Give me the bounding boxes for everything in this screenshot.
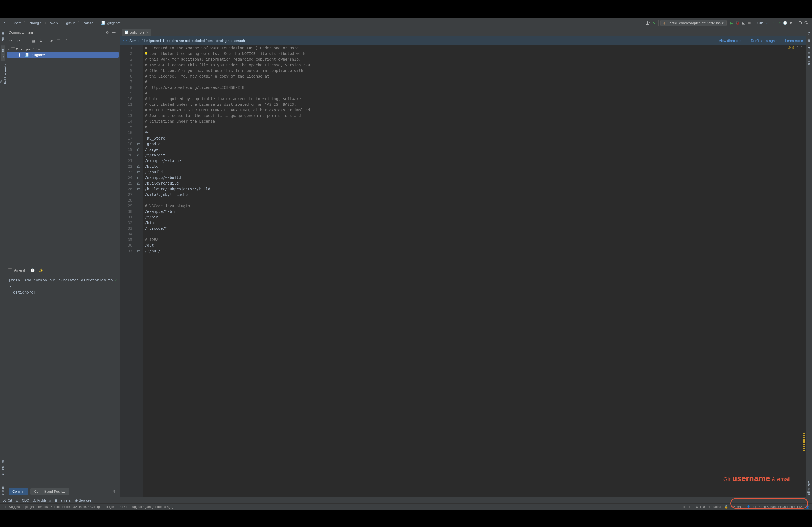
line-number-gutter[interactable]: 1234567891011121314151617181920212223242…: [120, 45, 134, 497]
more-icon[interactable]: ⋮: [800, 29, 806, 36]
add-icon[interactable]: +: [23, 37, 29, 44]
refresh-icon[interactable]: ⟳: [8, 37, 14, 44]
update-project-icon[interactable]: ↙: [765, 20, 770, 26]
intention-bulb-icon[interactable]: 💡: [144, 51, 148, 57]
history-icon[interactable]: 🕑: [29, 267, 36, 273]
diff-icon[interactable]: ▤: [30, 37, 37, 44]
tab-gradle[interactable]: Gradle: [807, 30, 811, 44]
inspector-icon[interactable]: 👤: [805, 505, 809, 509]
checkbox[interactable]: [19, 53, 23, 57]
stop-button[interactable]: ◼: [746, 20, 752, 26]
backtrack-icon[interactable]: ⬉: [651, 20, 657, 26]
user-icon: 👤: [746, 505, 751, 509]
breadcrumb-item[interactable]: calcite: [83, 20, 95, 26]
commit-icon[interactable]: ✓: [770, 20, 776, 26]
folder-icon: 🗀: [137, 148, 141, 152]
dont-show-again-link[interactable]: Don't show again: [751, 39, 777, 43]
push-icon[interactable]: ↗: [776, 20, 782, 26]
status-message[interactable]: Suggested plugins Lombok, Protocol Buffe…: [9, 505, 173, 509]
breadcrumb-item[interactable]: Work: [49, 20, 59, 26]
ai-icon[interactable]: ✨: [38, 267, 44, 273]
tab-git[interactable]: ⎇Git: [3, 499, 12, 502]
tab-services[interactable]: ◉Services: [75, 499, 91, 502]
tab-problems[interactable]: ⚠Problems: [33, 499, 51, 502]
changelist-icon[interactable]: 👁: [48, 37, 55, 44]
folder-icon: 🗀: [137, 249, 141, 253]
tab-notifications[interactable]: Notifications: [807, 45, 811, 67]
revert-icon[interactable]: ↶: [15, 37, 21, 44]
terminal-icon: ▣: [55, 499, 57, 502]
rollback-icon[interactable]: ↺: [788, 20, 794, 26]
collapse-icon[interactable]: ⇕: [63, 37, 70, 44]
gear-icon[interactable]: ⚙: [111, 488, 117, 495]
amend-checkbox[interactable]: [8, 268, 12, 272]
git-branch[interactable]: ⎇ main: [731, 505, 743, 509]
editor-body[interactable]: 1234567891011121314151617181920212223242…: [120, 45, 806, 497]
run-button[interactable]: ▶: [729, 20, 735, 26]
changes-tree[interactable]: ▾ Changes 1 file 🧾 .gitignore: [6, 45, 120, 59]
editor-area: 🧾 .gitignore ✕ ⋮ ⓘ Some of the ignored d…: [120, 28, 806, 497]
view-directories-link[interactable]: View directories: [719, 39, 743, 43]
line-separator[interactable]: LF: [689, 505, 693, 509]
group-icon[interactable]: ☰: [56, 37, 62, 44]
commit-message-input[interactable]: [main][Add common build-related director…: [6, 275, 120, 486]
tool-window-icon[interactable]: ▢: [3, 505, 6, 509]
tab-project[interactable]: Project: [1, 30, 5, 44]
gear-icon[interactable]: ⚙: [104, 29, 111, 36]
folder-icon: 🗀: [137, 187, 141, 191]
tab-pull-requests[interactable]: ⇅ Pull Requests: [0, 62, 8, 86]
warn-icon: ⚠: [33, 499, 36, 502]
checkbox[interactable]: [11, 47, 15, 51]
folder-icon: 🗀: [137, 142, 141, 146]
tab-structure[interactable]: Structure: [1, 480, 5, 497]
coverage-button[interactable]: ◣: [741, 20, 746, 26]
shelve-icon[interactable]: ⬇: [38, 37, 44, 44]
commit-button[interactable]: Commit: [9, 488, 28, 495]
chevron-down-icon: ▾: [8, 47, 10, 51]
branch-icon: ⎇: [731, 505, 735, 509]
file-encoding[interactable]: UTF-8: [696, 505, 705, 509]
elastic-icon: ⬮: [663, 21, 665, 25]
commit-push-button[interactable]: Commit and Push…: [30, 488, 69, 495]
settings-icon[interactable]: [803, 20, 809, 26]
file-icon: 🧾: [124, 30, 129, 34]
branch-icon: ⎇: [3, 499, 6, 502]
right-tool-strip: Gradle Notifications Coverage: [806, 28, 812, 497]
minimize-icon[interactable]: —: [111, 29, 117, 36]
services-icon: ◉: [75, 499, 77, 502]
tab-todo[interactable]: ☑TODO: [16, 499, 29, 502]
commit-panel: Commit to main ⚙ — ⟳ ↶ + ▤ ⬇ 👁 ☰ ⇕ ▾ Cha…: [6, 28, 120, 497]
editor-tab[interactable]: 🧾 .gitignore ✕: [122, 29, 151, 36]
bottom-tool-tabs: ⎇Git ☑TODO ⚠Problems ▣Terminal ◉Services: [0, 497, 812, 503]
add-user-icon[interactable]: [645, 20, 651, 26]
readonly-toggle[interactable]: 🔓: [724, 505, 728, 509]
navigation-bar: / 〉 Users〉 zhanglei〉 Work〉 github〉 calci…: [0, 18, 812, 28]
tab-terminal[interactable]: ▣Terminal: [55, 499, 71, 502]
search-icon[interactable]: [798, 20, 803, 26]
error-stripe[interactable]: [803, 45, 806, 497]
changes-group[interactable]: ▾ Changes 1 file: [7, 46, 119, 52]
tab-commit[interactable]: Commit: [1, 45, 5, 61]
learn-more-link[interactable]: Learn more: [785, 39, 803, 43]
code-area[interactable]: # Licensed to the Apache Software Founda…: [143, 45, 806, 497]
commit-title: Commit to main: [9, 30, 104, 34]
chevron-down-icon[interactable]: ˅: [800, 46, 802, 50]
breadcrumb-item[interactable]: zhanglei: [28, 20, 44, 26]
debug-button[interactable]: 🐞: [735, 20, 741, 26]
tab-bookmarks[interactable]: Bookmarks: [1, 458, 5, 479]
changed-file[interactable]: 🧾 .gitignore: [7, 52, 119, 58]
folder-icon: 🗀: [137, 176, 141, 180]
caret-position[interactable]: 1:1: [681, 505, 686, 509]
chevron-up-icon[interactable]: ˄: [796, 46, 798, 50]
indent-settings[interactable]: 4 spaces: [708, 505, 721, 509]
git-user[interactable]: 👤 Lei Zhang <zhanglei@apache.org>: [746, 505, 802, 509]
breadcrumb-item[interactable]: github: [65, 20, 76, 26]
breadcrumb-file[interactable]: 🧾 .gitignore: [100, 20, 122, 26]
warning-badge[interactable]: ⚠ 9: [788, 46, 794, 50]
history-icon[interactable]: 🕑: [782, 20, 788, 26]
tab-coverage[interactable]: Coverage: [807, 479, 811, 497]
run-config-dropdown[interactable]: ⬮ ElasticSearchAdapterTest.testAlias ▾: [660, 20, 727, 26]
breadcrumb-item[interactable]: Users: [12, 20, 23, 26]
close-icon[interactable]: ✕: [146, 31, 149, 34]
breadcrumb-home-icon[interactable]: /: [3, 20, 6, 26]
